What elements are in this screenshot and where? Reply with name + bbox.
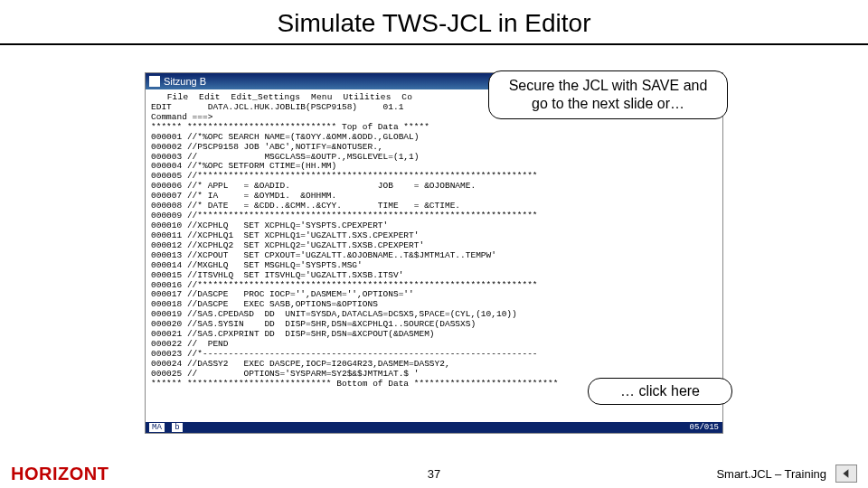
terminal-statusbar: MA b 05/015 xyxy=(146,422,722,433)
edit-header: EDIT DATA.JCL.HUK.JOBLIB(PSCP9158) 01.1 xyxy=(151,102,403,112)
status-ma: MA xyxy=(149,423,165,432)
window-icon xyxy=(149,76,160,87)
slide-title: Simulate TWS-JCL in Editor xyxy=(0,0,868,43)
callout-click-here[interactable]: … click here xyxy=(588,378,732,405)
callout-save: Secure the JCL with SAVE and go to the n… xyxy=(488,70,728,119)
window-title: Sitzung B xyxy=(164,76,206,87)
prev-slide-button[interactable] xyxy=(835,465,857,483)
editor-menu[interactable]: File Edit Edit_Settings Menu Utilities C… xyxy=(151,92,412,102)
title-underline xyxy=(0,43,868,45)
svg-marker-0 xyxy=(843,469,848,478)
brand-logo: HORIZONT xyxy=(11,464,108,484)
slide-footer: HORIZONT 37 Smart.JCL – Training xyxy=(0,459,868,488)
status-b: b xyxy=(172,423,182,432)
course-name: Smart.JCL – Training xyxy=(716,467,826,481)
page-number: 37 xyxy=(428,467,440,481)
command-prompt[interactable]: Command ===> xyxy=(151,112,212,122)
jcl-source: ****** ***************************** Top… xyxy=(151,122,558,389)
terminal-body[interactable]: File Edit Edit_Settings Menu Utilities C… xyxy=(146,89,722,422)
arrow-left-icon xyxy=(841,468,852,479)
cursor-position: 05/015 xyxy=(690,423,719,432)
